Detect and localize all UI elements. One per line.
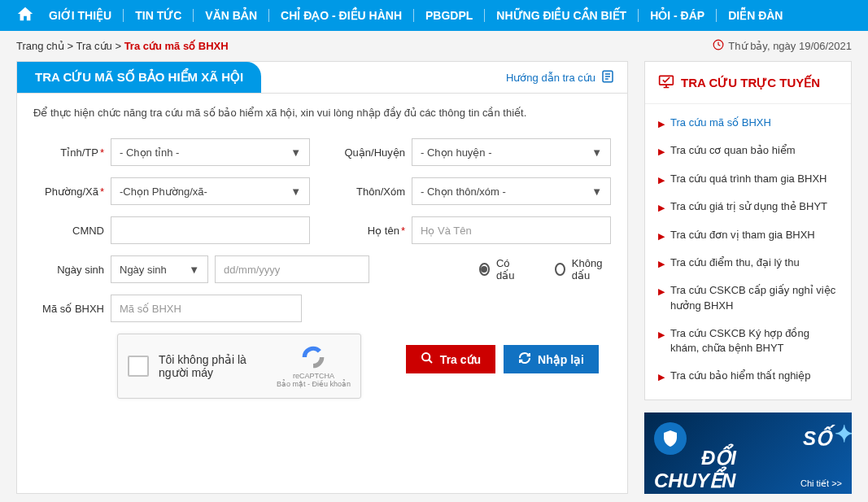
arrow-icon: ▶ [658, 286, 665, 298]
arrow-icon: ▶ [658, 118, 665, 130]
nav-item[interactable]: HỎI - ĐÁP [650, 9, 704, 22]
label-tinh-tp: Tỉnh/TP* [33, 146, 111, 159]
nav-item[interactable]: VĂN BẢN [205, 9, 257, 22]
sidebar-item[interactable]: ▶Tra cứu giá trị sử dụng thẻ BHYT [658, 193, 838, 220]
reset-button[interactable]: Nhập lại [504, 345, 599, 373]
sidebar-panel-lookup: TRA CỨU TRỰC TUYẾN ▶Tra cứu mã số BHXH ▶… [644, 61, 852, 400]
select-dob-type[interactable]: Ngày sinh ▼ [111, 255, 208, 283]
guide-link[interactable]: Hướng dẫn tra cứu [506, 69, 627, 86]
sidebar-title: TRA CỨU TRỰC TUYẾN [645, 62, 851, 104]
select-quan-huyen[interactable]: - Chọn huyện - ▼ [412, 138, 611, 166]
label-ma-so-bhxh: Mã số BHXH [33, 303, 111, 315]
sidebar-item[interactable]: ▶Tra cứu CSKCB Ký hợp đồng khám, chữa bệ… [658, 320, 838, 362]
accent-radio-group: Có dấu Không dấu [471, 257, 611, 282]
svg-point-2 [422, 353, 430, 360]
arrow-icon: ▶ [658, 174, 665, 186]
breadcrumb: Trang chủ > Tra cứu > Tra cứu mã số BHXH [16, 40, 229, 52]
refresh-icon [518, 351, 531, 367]
main-panel: TRA CỨU MÃ SỐ BẢO HIỂM XÃ HỘI Hướng dẫn … [16, 61, 628, 494]
radio-icon [555, 263, 565, 276]
sidebar-item[interactable]: ▶Tra cứu điểm thu, đại lý thu [658, 249, 838, 277]
input-cmnd[interactable] [111, 216, 310, 244]
input-dob[interactable] [215, 255, 369, 283]
monitor-icon [658, 73, 674, 92]
sidebar-item[interactable]: ▶Tra cứu quá trình tham gia BHXH [658, 165, 838, 193]
select-thon-xom[interactable]: - Chọn thôn/xóm - ▼ [412, 177, 611, 205]
select-tinh-tp[interactable]: - Chọn tỉnh - ▼ [111, 138, 310, 166]
sidebar-list: ▶Tra cứu mã số BHXH ▶Tra cứu cơ quan bảo… [645, 104, 851, 399]
sidebar-item[interactable]: ▶Tra cứu bảo hiểm thất nghiệp [658, 362, 838, 390]
current-date: Thứ bảy, ngày 19/06/2021 [713, 39, 852, 53]
label-quan-huyen: Quận/Huyện [334, 146, 412, 159]
nav-item[interactable]: GIỚI THIỆU [49, 9, 111, 22]
chevron-down-icon: ▼ [591, 186, 602, 198]
chevron-down-icon: ▼ [591, 146, 602, 159]
nav-item[interactable]: NHỮNG ĐIỀU CẦN BIẾT [496, 9, 626, 22]
search-button[interactable]: Tra cứu [406, 345, 495, 373]
label-cmnd: CMND [33, 225, 111, 237]
radio-khong-dau[interactable]: Không dấu [555, 257, 611, 282]
sidebar-item[interactable]: ▶Tra cứu mã số BHXH [658, 109, 838, 137]
input-ho-ten[interactable] [412, 216, 611, 244]
label-ho-ten: Họ tên* [334, 225, 412, 237]
arrow-icon: ▶ [658, 258, 665, 270]
main-header: TRA CỨU MÃ SỐ BẢO HIỂM XÃ HỘI Hướng dẫn … [17, 62, 627, 94]
banner-more-link[interactable]: Chi tiết >> [800, 478, 842, 489]
recaptcha-logo: reCAPTCHA Bảo mật - Điều khoản [277, 344, 351, 388]
breadcrumb-level1[interactable]: Tra cứu [76, 40, 111, 52]
breadcrumb-current: Tra cứu mã số BHXH [124, 40, 229, 52]
nav-item[interactable]: DIỄN ĐÀN [728, 9, 783, 22]
label-ngay-sinh: Ngày sinh [33, 264, 111, 276]
arrow-icon: ▶ [658, 329, 665, 341]
label-thon-xom: Thôn/Xóm [334, 186, 412, 198]
nav-item[interactable]: TIN TỨC [135, 9, 181, 22]
breadcrumb-row: Trang chủ > Tra cứu > Tra cứu mã số BHXH… [0, 31, 868, 61]
nav-item[interactable]: PBGDPL [425, 9, 473, 22]
input-ma-so-bhxh[interactable] [111, 295, 302, 322]
page-title: TRA CỨU MÃ SỐ BẢO HIỂM XÃ HỘI [17, 62, 261, 93]
chevron-down-icon: ▼ [290, 186, 301, 198]
lookup-form: Tỉnh/TP* - Chọn tỉnh - ▼ Quận/Huyện - Ch… [17, 132, 627, 423]
radio-icon [479, 263, 490, 276]
sparkle-icon: ✦ [835, 421, 852, 447]
label-phuong-xa: Phường/Xã* [33, 186, 111, 198]
chevron-down-icon: ▼ [189, 264, 199, 276]
arrow-icon: ▶ [658, 371, 665, 383]
arrow-icon: ▶ [658, 202, 665, 214]
form-description: Để thực hiện chức năng tra cứu mã số bảo… [17, 94, 627, 132]
nav-item[interactable]: CHỈ ĐẠO - ĐIỀU HÀNH [281, 9, 402, 22]
clock-icon [713, 39, 724, 53]
promo-banner[interactable]: SỐ ĐỔI CHUYỂN ✦ Chi tiết >> [644, 413, 852, 494]
arrow-icon: ▶ [658, 230, 665, 242]
recaptcha-label: Tôi không phải là người máy [159, 353, 267, 379]
sidebar-item[interactable]: ▶Tra cứu CSKCB cấp giấy nghỉ việc hưởng … [658, 277, 838, 319]
sidebar: TRA CỨU TRỰC TUYẾN ▶Tra cứu mã số BHXH ▶… [644, 61, 852, 494]
select-phuong-xa[interactable]: -Chọn Phường/xã- ▼ [111, 177, 310, 205]
breadcrumb-home[interactable]: Trang chủ [16, 40, 64, 52]
recaptcha-checkbox[interactable] [128, 356, 149, 377]
search-icon [421, 351, 434, 367]
help-icon [600, 69, 615, 86]
radio-co-dau[interactable]: Có dấu [479, 257, 522, 282]
arrow-icon: ▶ [658, 146, 665, 158]
home-icon[interactable] [16, 5, 34, 27]
recaptcha-widget[interactable]: Tôi không phải là người máy reCAPTCHA Bả… [117, 334, 361, 399]
top-navigation: GIỚI THIỆU TIN TỨC VĂN BẢN CHỈ ĐẠO - ĐIỀ… [0, 0, 868, 31]
chevron-down-icon: ▼ [290, 146, 301, 159]
sidebar-item[interactable]: ▶Tra cứu đơn vị tham gia BHXH [658, 221, 838, 249]
sidebar-item[interactable]: ▶Tra cứu cơ quan bảo hiểm [658, 137, 838, 164]
shield-icon [654, 422, 687, 455]
